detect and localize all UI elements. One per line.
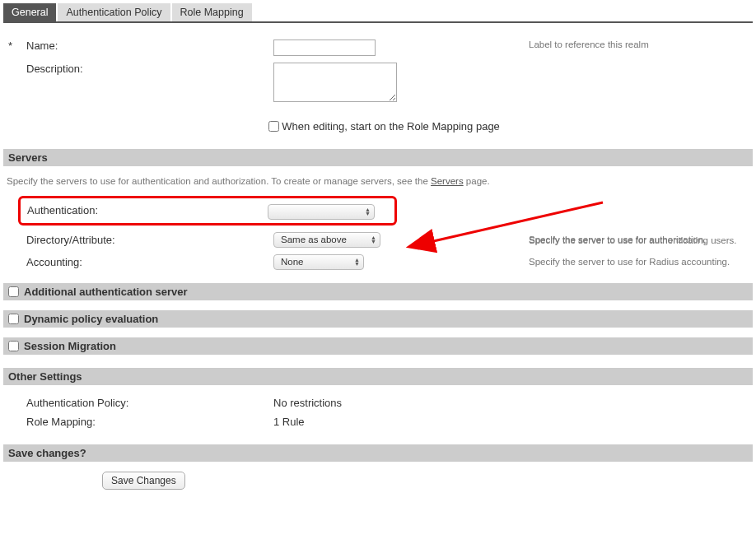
description-label: Description: [26,63,273,75]
accounting-select[interactable]: None ▲▼ [273,254,364,270]
session-migration-label: Session Migration [24,340,116,352]
authentication-help: Specify the server to use for authentica… [529,235,737,245]
accounting-label: Accounting: [26,256,273,268]
session-migration-checkbox[interactable] [8,341,19,351]
description-textarea[interactable] [273,63,397,102]
name-help: Label to reference this realm [529,40,753,49]
dynamic-policy-checkbox[interactable] [8,314,19,324]
name-input[interactable] [273,40,376,56]
select-arrows-icon: ▲▼ [354,258,360,266]
servers-note: Specify the servers to use for authentic… [3,166,753,196]
servers-header: Servers [3,149,753,166]
additional-auth-label: Additional authentication server [24,286,188,298]
required-star: * [3,40,26,52]
select-arrows-icon: ▲▼ [365,207,371,216]
tab-bar: General Authentication Policy Role Mappi… [3,3,753,23]
tab-general[interactable]: General [3,3,56,21]
select-arrows-icon: ▲▼ [371,235,376,244]
auth-policy-setting-label: Authentication Policy: [26,397,273,409]
authentication-label: Authentication: [27,204,268,216]
other-settings-header: Other Settings [3,368,753,385]
servers-link[interactable]: Servers [431,176,464,186]
save-changes-header: Save changes? [3,444,753,462]
auth-policy-setting-value: No restrictions [273,397,342,409]
directory-label: Directory/Attribute: [26,234,273,246]
dynamic-policy-label: Dynamic policy evaluation [24,313,158,325]
authentication-select[interactable]: ▲▼ [268,204,375,220]
additional-auth-checkbox[interactable] [8,286,19,297]
role-mapping-setting-label: Role Mapping: [26,416,273,428]
tab-auth-policy[interactable]: Authentication Policy [58,3,170,21]
accounting-help: Specify the server to use for Radius acc… [529,257,753,267]
directory-select[interactable]: Same as above ▲▼ [273,232,380,248]
editing-start-label: When editing, start on the Role Mapping … [282,120,500,133]
editing-start-checkbox[interactable] [268,121,279,132]
name-label: Name: [26,40,273,52]
tab-role-mapping[interactable]: Role Mapping [172,3,252,21]
save-changes-button[interactable]: Save Changes [102,472,185,490]
authentication-highlight: Authentication: ▲▼ [18,196,397,226]
role-mapping-setting-value: 1 Rule [273,416,305,428]
